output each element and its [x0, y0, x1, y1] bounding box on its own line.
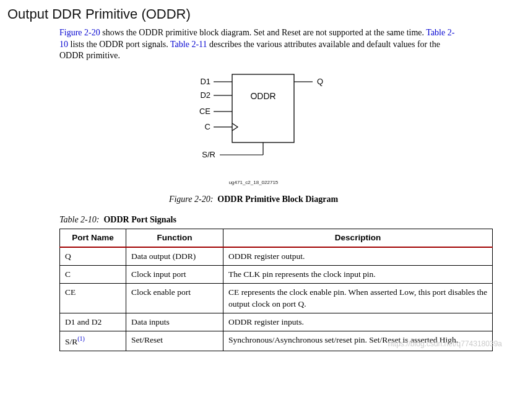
cell-description: ODDR register output. — [223, 247, 493, 266]
cell-function: Clock enable port — [126, 284, 223, 313]
table-row: S/R(1) Set/Reset Synchronous/Asynchronou… — [60, 331, 493, 351]
pin-d1-label: D1 — [200, 77, 210, 86]
cell-description: Synchronous/Asynchronous set/reset pin. … — [223, 331, 493, 351]
table-header-row: Port Name Function Description — [60, 229, 493, 247]
cell-port: C — [60, 266, 126, 284]
cell-function: Clock input port — [126, 266, 223, 284]
intro-text-1: shows the ODDR primitive block diagram. … — [100, 28, 427, 37]
figure-caption-title: ODDR Primitive Block Diagram — [217, 195, 338, 204]
footnote-ref[interactable]: (1) — [77, 335, 85, 342]
table-row: D1 and D2 Data inputs ODDR register inpu… — [60, 313, 493, 331]
pin-c-label: C — [204, 122, 210, 131]
col-header-port: Port Name — [60, 229, 126, 247]
col-header-description: Description — [223, 229, 493, 247]
cell-port: S/R(1) — [60, 331, 126, 351]
table-caption-label: Table 2-10: — [59, 215, 99, 224]
section-title: Output DDR Primitive (ODDR) — [7, 5, 500, 24]
figure-block-diagram: ODDR D1 D2 CE C Q S/R ug471_c2_18_022715 — [7, 68, 500, 186]
figure-caption: Figure 2-20: ODDR Primitive Block Diagra… — [7, 194, 500, 206]
cell-port: Q — [60, 247, 126, 266]
intro-paragraph: Figure 2-20 shows the ODDR primitive blo… — [59, 27, 462, 63]
diagram-box-label: ODDR — [250, 91, 275, 101]
pin-sr-label: S/R — [202, 150, 215, 159]
xref-figure-2-20[interactable]: Figure 2-20 — [59, 28, 100, 37]
table-caption: Table 2-10: ODDR Port Signals — [59, 214, 500, 226]
svg-rect-0 — [232, 74, 294, 142]
oddr-diagram-svg: ODDR D1 D2 CE C Q S/R — [161, 68, 347, 173]
cell-function: Set/Reset — [126, 331, 223, 351]
pin-ce-label: CE — [199, 107, 210, 116]
xref-table-2-11[interactable]: Table 2-11 — [170, 40, 207, 49]
cell-port: D1 and D2 — [60, 313, 126, 331]
table-row: Q Data output (DDR) ODDR register output… — [60, 247, 493, 266]
cell-description: CE represents the clock enable pin. When… — [223, 284, 493, 313]
diagram-file-id: ug471_c2_18_022715 — [7, 180, 500, 186]
col-header-function: Function — [126, 229, 223, 247]
cell-description: The CLK pin represents the clock input p… — [223, 266, 493, 284]
cell-description: ODDR register inputs. — [223, 313, 493, 331]
intro-text-2: lists the ODDR port signals. — [68, 40, 170, 49]
table-row: C Clock input port The CLK pin represent… — [60, 266, 493, 284]
figure-caption-label: Figure 2-20: — [169, 195, 213, 204]
pin-q-label: Q — [317, 77, 323, 86]
cell-function: Data output (DDR) — [126, 247, 223, 266]
cell-function: Data inputs — [126, 313, 223, 331]
pin-d2-label: D2 — [200, 90, 210, 100]
cell-port: CE — [60, 284, 126, 313]
table-row: CE Clock enable port CE represents the c… — [60, 284, 493, 313]
port-signals-table: Port Name Function Description Q Data ou… — [59, 229, 493, 351]
table-caption-title: ODDR Port Signals — [103, 215, 176, 224]
